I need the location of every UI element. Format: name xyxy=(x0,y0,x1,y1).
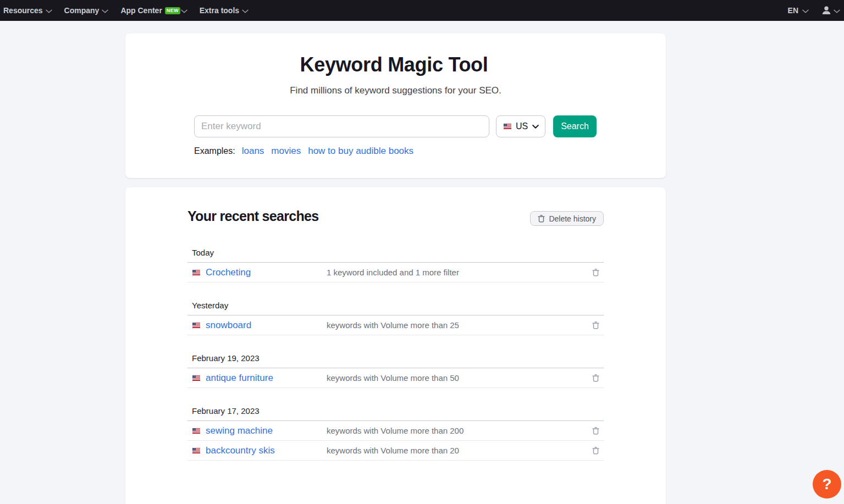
region-label: US xyxy=(516,121,528,131)
recent-filter-description: keywords with Volume more than 20 xyxy=(327,446,459,455)
trash-icon xyxy=(538,215,545,223)
chevron-down-icon xyxy=(102,9,108,13)
language-selector[interactable]: EN xyxy=(788,6,809,15)
delete-row-trash-icon[interactable] xyxy=(592,374,599,382)
page-title: Keyword Magic Tool xyxy=(192,53,595,76)
group-date-label: Today xyxy=(187,248,604,258)
us-flag-icon xyxy=(192,323,200,328)
search-card: Keyword Magic Tool Find millions of keyw… xyxy=(125,34,666,178)
recent-search-row: snowboard keywords with Volume more than… xyxy=(187,315,604,335)
recent-search-row: antique furniture keywords with Volume m… xyxy=(187,368,604,388)
search-button[interactable]: Search xyxy=(553,115,597,137)
nav-item-app-center[interactable]: App Center NEW xyxy=(120,6,187,15)
recent-filter-description: keywords with Volume more than 50 xyxy=(327,373,459,383)
top-nav: Resources Company App Center NEW Extra t… xyxy=(0,0,844,21)
nav-item-resources[interactable]: Resources xyxy=(3,6,52,15)
recent-filter-description: keywords with Volume more than 25 xyxy=(327,320,459,330)
nav-item-label: App Center xyxy=(120,6,162,15)
chevron-down-icon xyxy=(46,9,52,13)
delete-history-label: Delete history xyxy=(549,214,596,223)
recent-filter-description: keywords with Volume more than 200 xyxy=(327,426,464,435)
recent-search-group: Today Crocheting 1 keyword included and … xyxy=(187,248,604,283)
language-label: EN xyxy=(788,6,798,15)
example-link-audible[interactable]: how to buy audible books xyxy=(308,146,413,156)
recent-search-row: Crocheting 1 keyword included and 1 more… xyxy=(187,263,604,283)
recent-search-row: backcountry skis keywords with Volume mo… xyxy=(187,441,604,461)
recent-filter-description: 1 keyword included and 1 more filter xyxy=(327,268,459,277)
help-button[interactable]: ? xyxy=(813,470,841,499)
example-link-loans[interactable]: loans xyxy=(242,146,264,156)
delete-row-trash-icon[interactable] xyxy=(592,427,599,435)
group-date-label: February 17, 2023 xyxy=(187,406,604,416)
delete-history-button[interactable]: Delete history xyxy=(530,211,604,226)
recent-keyword-link[interactable]: antique furniture xyxy=(206,373,273,384)
user-menu[interactable] xyxy=(822,6,840,15)
chevron-down-icon xyxy=(802,9,809,13)
recent-keyword-link[interactable]: Crocheting xyxy=(206,267,251,278)
delete-row-trash-icon[interactable] xyxy=(592,447,599,455)
nav-item-label: Company xyxy=(64,6,100,15)
recent-search-group: Yesterday snowboard keywords with Volume… xyxy=(187,301,604,335)
chevron-down-icon xyxy=(834,9,840,13)
recent-search-row: sewing machine keywords with Volume more… xyxy=(187,421,604,441)
delete-row-trash-icon[interactable] xyxy=(592,322,599,329)
us-flag-icon xyxy=(192,270,200,275)
us-flag-icon xyxy=(504,124,511,129)
chevron-down-icon xyxy=(532,125,539,129)
recent-search-groups: Today Crocheting 1 keyword included and … xyxy=(187,248,604,461)
recent-keyword-link[interactable]: backcountry skis xyxy=(206,445,275,456)
us-flag-icon xyxy=(192,428,200,434)
example-link-movies[interactable]: movies xyxy=(271,146,301,156)
recent-searches-title: Your recent searches xyxy=(187,208,318,224)
new-badge: NEW xyxy=(165,7,180,14)
recent-keyword-link[interactable]: snowboard xyxy=(206,320,251,331)
keyword-input[interactable] xyxy=(194,115,489,137)
group-date-label: February 19, 2023 xyxy=(187,353,604,363)
chevron-down-icon xyxy=(181,9,187,13)
recent-search-group: February 19, 2023 antique furniture keyw… xyxy=(187,353,604,388)
nav-item-label: Resources xyxy=(3,6,43,15)
examples-label: Examples: xyxy=(194,146,235,156)
nav-item-company[interactable]: Company xyxy=(64,6,109,15)
recent-searches-card: Your recent searches Delete history Toda… xyxy=(125,187,666,504)
group-date-label: Yesterday xyxy=(187,301,604,311)
region-selector[interactable]: US xyxy=(496,115,545,137)
user-icon xyxy=(822,6,831,15)
chevron-down-icon xyxy=(242,9,249,13)
delete-row-trash-icon[interactable] xyxy=(592,269,599,276)
nav-item-extra-tools[interactable]: Extra tools xyxy=(200,6,249,15)
recent-keyword-link[interactable]: sewing machine xyxy=(206,425,273,436)
us-flag-icon xyxy=(192,375,200,381)
nav-item-label: Extra tools xyxy=(200,6,239,15)
recent-search-group: February 17, 2023 sewing machine keyword… xyxy=(187,406,604,461)
page-subtitle: Find millions of keyword suggestions for… xyxy=(194,86,597,96)
us-flag-icon xyxy=(192,448,200,453)
